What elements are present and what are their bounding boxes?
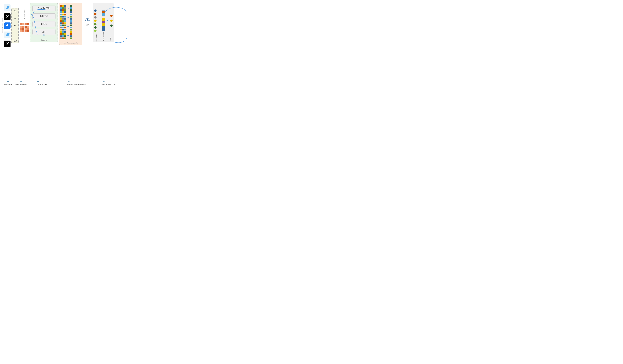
- concat-col: [94, 9, 96, 32]
- concat-label: Concatenation: [96, 32, 97, 41]
- neuron-out-2: [110, 20, 112, 22]
- var-dots: ⋯: [14, 32, 16, 34]
- matrix-mult-section: ⊕ Matrix Multiplication: [84, 3, 91, 42]
- conv-row-1: [60, 5, 81, 13]
- fc-label: Fully Connected: [103, 32, 104, 41]
- label-fc-layer: ⌣ Fully Connected Layer: [95, 79, 121, 85]
- conv-section: Convolution and pooling: [59, 3, 82, 45]
- arrow-fc-2: [107, 20, 109, 21]
- matrix-mult-label: Matrix Multiplication: [84, 23, 91, 27]
- arrow-pool-2: [67, 14, 72, 21]
- dataset-label: Cyberbullying text (dataset): [1, 18, 3, 33]
- input-box: x₁ x₂ x₃ ⋯ xₙ₋₁ Input: [11, 8, 19, 43]
- twitter-icon-2: [4, 32, 11, 38]
- input-label: Input: [13, 41, 17, 42]
- fc-color-bar: [102, 11, 105, 31]
- arrow-pool-4: [67, 31, 72, 40]
- model-conv1dlstm: Conv1DLSTM: [32, 5, 55, 11]
- arrow-pool-1: [67, 5, 72, 13]
- var-x3: x₃: [14, 24, 16, 27]
- label-embedding-layer: ⌣ Embedding Layer: [15, 79, 28, 85]
- conv-row-4: [60, 31, 81, 40]
- diagram-container: Cyberbullying text (dataset): [0, 0, 156, 91]
- neuron-concat-1: [94, 9, 96, 12]
- fmap-4: [60, 31, 66, 40]
- var-x1: x₁: [14, 10, 16, 12]
- conv-label-bottom: Convolution and pooling: [63, 42, 78, 44]
- cbow-label: CBOW and skip-gram: [23, 9, 25, 22]
- neuron-concat-3: [94, 16, 96, 19]
- conv-row-3: [60, 22, 81, 30]
- fmap-1: [60, 5, 66, 13]
- pooled-4: [70, 31, 72, 40]
- neuron-concat-4: [94, 20, 96, 22]
- neuron-out-3: [110, 24, 112, 27]
- facebook-icon: [4, 22, 11, 29]
- pooled-2: [70, 14, 72, 21]
- plus-symbol: ⊕: [86, 18, 89, 22]
- x-icon-2: [4, 40, 11, 47]
- pooled-3: [70, 22, 72, 30]
- label-input-layer: ⌣ Input Layer: [1, 79, 15, 85]
- neuron-concat-2: [94, 13, 96, 15]
- fc-section: Concatenation Fully Connected Output: [93, 3, 114, 42]
- label-stacking-layer: ⌣ Stacking Layer: [28, 79, 57, 85]
- fc-sublabels: Concatenation Fully Connected Output: [93, 32, 114, 41]
- main-area: Cyberbullying text (dataset): [0, 0, 156, 78]
- embedding-matrix: [20, 23, 29, 32]
- neuron-concat-5: [94, 23, 96, 25]
- model-lstm: LSTM: [32, 21, 55, 27]
- fmap-3: [60, 22, 66, 30]
- model-bilstm: BiLSTM: [32, 13, 55, 19]
- x-icon-1: [4, 13, 11, 20]
- social-icons: [4, 4, 11, 47]
- neuron-concat-7: [94, 30, 96, 32]
- stacking-section: Conv1DLSTM BiLSTM LSTM CNN Stacking: [30, 3, 58, 42]
- var-x2: x₂: [14, 17, 16, 20]
- pooled-1: [70, 5, 72, 13]
- output-col: [110, 15, 112, 27]
- embedding-section: CBOW and skip-gram: [20, 9, 29, 32]
- input-section: Cyberbullying text (dataset): [1, 4, 19, 47]
- output-label: Output: [110, 32, 111, 41]
- fmap-2: [60, 14, 66, 21]
- conv-row-2: [60, 14, 81, 21]
- model-cnn: CNN: [32, 29, 55, 35]
- arrow-fc-1: [98, 20, 100, 21]
- neuron-out-1: [110, 15, 112, 17]
- neuron-concat-6: [94, 26, 96, 29]
- arrow-pool-3: [67, 22, 72, 30]
- label-conv-layer: ⌣ Convolution and pooling Layer: [57, 79, 95, 85]
- twitter-icon-1: [4, 4, 11, 11]
- stacking-label: Stacking: [41, 39, 47, 41]
- layer-labels: ⌣ Input Layer ⌣ Embedding Layer ⌣ Stacki…: [0, 79, 156, 91]
